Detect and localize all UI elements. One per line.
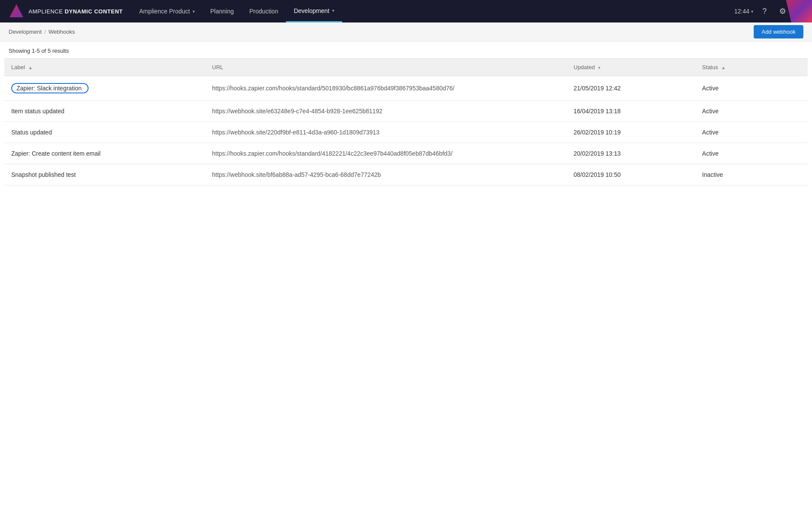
webhooks-table: Label ▲ URL Updated ▾ Status ▲ Zapier: S… bbox=[4, 58, 808, 185]
row-updated: 26/02/2019 10:19 bbox=[567, 122, 695, 143]
nav-item-planning[interactable]: Planning bbox=[203, 0, 242, 22]
col-status[interactable]: Status ▲ bbox=[695, 59, 808, 76]
breadcrumb-webhooks: Webhooks bbox=[48, 29, 75, 35]
col-label[interactable]: Label ▲ bbox=[4, 59, 205, 76]
col-updated[interactable]: Updated ▾ bbox=[567, 59, 695, 76]
chevron-down-icon: ▾ bbox=[751, 9, 753, 14]
table-row[interactable]: Status updatedhttps://webhook.site/220df… bbox=[4, 122, 808, 143]
sort-asc-icon: ▲ bbox=[28, 65, 32, 70]
row-label: Zapier: Create content item email bbox=[4, 143, 205, 164]
breadcrumb-bar: Development / Webhooks Add webhook bbox=[0, 22, 812, 42]
current-time: 12:44 ▾ bbox=[734, 8, 753, 15]
row-updated: 20/02/2019 13:13 bbox=[567, 143, 695, 164]
breadcrumb-development[interactable]: Development bbox=[9, 29, 42, 35]
row-status: Active bbox=[695, 101, 808, 122]
add-webhook-button[interactable]: Add webhook bbox=[754, 25, 803, 38]
sort-desc-icon: ▾ bbox=[598, 65, 600, 70]
breadcrumb: Development / Webhooks bbox=[9, 29, 75, 35]
svg-marker-0 bbox=[10, 4, 23, 17]
row-url: https://webhook.site/e63248e9-c7e4-4854-… bbox=[205, 101, 567, 122]
nav-label-planning: Planning bbox=[210, 8, 234, 15]
logo-text-amplience: AMPLIENCE bbox=[29, 8, 63, 15]
breadcrumb-separator: / bbox=[44, 29, 46, 35]
row-updated: 21/05/2019 12:42 bbox=[567, 76, 695, 101]
row-updated: 16/04/2019 13:18 bbox=[567, 101, 695, 122]
row-label: Item status updated bbox=[4, 101, 205, 122]
logo-text-dynamic: DYNAMIC CONTENT bbox=[65, 8, 123, 15]
nav-label-production: Production bbox=[249, 8, 278, 15]
row-status: Inactive bbox=[695, 164, 808, 185]
row-status: Active bbox=[695, 143, 808, 164]
col-url[interactable]: URL bbox=[205, 59, 567, 76]
table-body: Zapier: Slack integrationhttps://hooks.z… bbox=[4, 76, 808, 185]
results-info: Showing 1-5 of 5 results bbox=[0, 42, 812, 58]
table-row[interactable]: Zapier: Slack integrationhttps://hooks.z… bbox=[4, 76, 808, 101]
table-header: Label ▲ URL Updated ▾ Status ▲ bbox=[4, 59, 808, 76]
top-navigation: AMPLIENCE DYNAMIC CONTENT Amplience Prod… bbox=[0, 0, 812, 22]
nav-item-production[interactable]: Production bbox=[241, 0, 286, 22]
nav-label-amplience-product: Amplience Product bbox=[139, 8, 190, 15]
row-status: Active bbox=[695, 76, 808, 101]
nav-items: Amplience Product ▾ Planning Production … bbox=[131, 0, 730, 22]
table-row[interactable]: Item status updatedhttps://webhook.site/… bbox=[4, 101, 808, 122]
help-icon[interactable]: ? bbox=[758, 4, 771, 18]
nav-item-development[interactable]: Development ▾ bbox=[286, 0, 342, 22]
highlighted-label: Zapier: Slack integration bbox=[11, 83, 89, 93]
nav-label-development: Development bbox=[294, 7, 330, 14]
row-url: https://hooks.zapier.com/hooks/standard/… bbox=[205, 76, 567, 101]
settings-icon[interactable]: ⚙ bbox=[776, 4, 790, 18]
row-status: Active bbox=[695, 122, 808, 143]
table-row[interactable]: Snapshot published testhttps://webhook.s… bbox=[4, 164, 808, 185]
nav-item-amplience-product[interactable]: Amplience Product ▾ bbox=[131, 0, 203, 22]
app-logo: AMPLIENCE DYNAMIC CONTENT bbox=[0, 0, 131, 22]
row-url: https://webhook.site/220df9bf-e811-4d3a-… bbox=[205, 122, 567, 143]
table-row[interactable]: Zapier: Create content item emailhttps:/… bbox=[4, 143, 808, 164]
row-url: https://hooks.zapier.com/hooks/standard/… bbox=[205, 143, 567, 164]
chevron-down-icon: ▾ bbox=[332, 8, 334, 13]
nav-decoration bbox=[786, 0, 812, 22]
row-label: Status updated bbox=[4, 122, 205, 143]
row-url: https://webhook.site/bf6ab88a-ad57-4295-… bbox=[205, 164, 567, 185]
row-label: Snapshot published test bbox=[4, 164, 205, 185]
sort-asc-icon: ▲ bbox=[721, 65, 726, 70]
row-updated: 08/02/2019 10:50 bbox=[567, 164, 695, 185]
chevron-down-icon: ▾ bbox=[193, 9, 195, 14]
webhooks-table-container: Label ▲ URL Updated ▾ Status ▲ Zapier: S… bbox=[0, 58, 812, 185]
logo-icon bbox=[9, 3, 24, 19]
